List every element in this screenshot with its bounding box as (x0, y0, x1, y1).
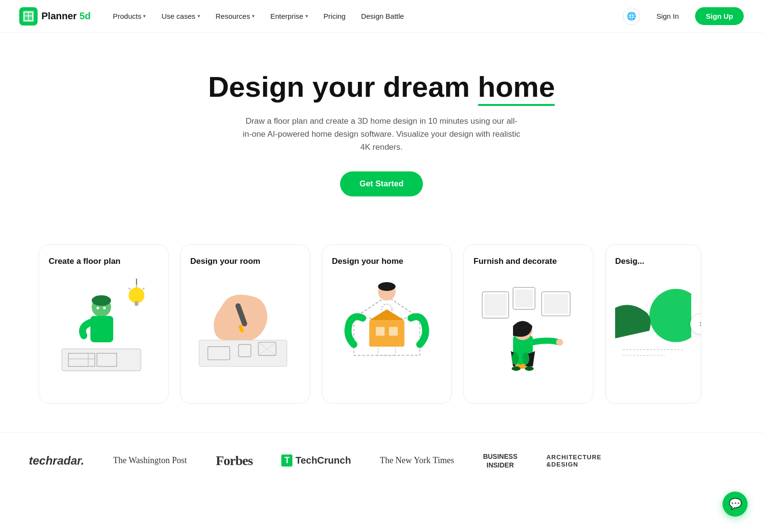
get-started-button[interactable]: Get Started (340, 171, 423, 196)
hero-subtitle: Draw a floor plan and create a 3D home d… (242, 115, 521, 154)
card-design-room[interactable]: Design your room (180, 245, 310, 403)
press-business-insider: BUSINESS INSIDER (483, 452, 518, 469)
card-floor-plan[interactable]: Create a floor plan (39, 245, 169, 403)
press-techradar: techradar. (29, 454, 84, 467)
press-techcrunch: T TechCrunch (281, 454, 351, 467)
card-5-illustration (615, 274, 691, 380)
svg-rect-3 (135, 301, 138, 306)
svg-rect-38 (544, 294, 568, 313)
press-forbes: Forbes (216, 453, 252, 468)
card-4-title: Furnish and decorate (474, 257, 583, 266)
svg-line-5 (129, 287, 131, 289)
nav-right: 🌐 Sign In Sign Up (623, 7, 744, 25)
brand-name: Planner 5d (41, 11, 91, 22)
card-design-home[interactable]: Design your home (322, 245, 452, 403)
navbar: Planner 5d Products ▾ Use cases ▾ Resour… (0, 0, 763, 33)
card-3-illustration (332, 274, 442, 380)
svg-point-46 (512, 366, 520, 371)
nav-design-battle[interactable]: Design Battle (354, 8, 410, 24)
card-partial: Desig... › (605, 245, 701, 403)
press-logos-section: techradar. The Washington Post Forbes T … (0, 432, 763, 489)
svg-point-32 (378, 282, 395, 291)
logo-icon (19, 7, 38, 26)
chevron-down-icon: ▾ (305, 13, 308, 19)
svg-point-11 (96, 307, 99, 309)
svg-point-45 (522, 352, 529, 364)
cards-row: Create a floor plan (39, 245, 763, 403)
hero-title: Design your dream home (10, 71, 753, 103)
chevron-down-icon: ▾ (252, 13, 255, 19)
svg-point-2 (129, 287, 145, 303)
nav-use-cases[interactable]: Use cases ▾ (155, 8, 207, 24)
card-3-title: Design your home (332, 257, 442, 266)
sign-in-button[interactable]: Sign In (648, 8, 688, 24)
svg-rect-30 (389, 327, 398, 336)
card-4-illustration (474, 274, 583, 380)
press-nyt: The New York Times (380, 455, 454, 466)
chevron-down-icon: ▾ (143, 13, 146, 19)
svg-point-9 (92, 295, 111, 306)
svg-point-41 (556, 338, 563, 346)
logo[interactable]: Planner 5d (19, 7, 91, 26)
svg-point-12 (103, 307, 105, 309)
svg-rect-13 (62, 349, 141, 371)
svg-rect-36 (515, 289, 533, 307)
card-2-illustration (190, 274, 300, 380)
svg-rect-29 (376, 327, 384, 336)
hero-highlight-word: home (478, 71, 555, 103)
cards-next-arrow[interactable]: › (690, 313, 701, 335)
svg-rect-10 (91, 316, 113, 342)
svg-rect-34 (485, 294, 507, 316)
card-furnish[interactable]: Furnish and decorate (463, 245, 593, 403)
nav-products[interactable]: Products ▾ (106, 8, 153, 24)
language-button[interactable]: 🌐 (623, 8, 640, 25)
svg-line-6 (143, 287, 145, 289)
card-1-title: Create a floor plan (49, 257, 158, 266)
hero-section: Design your dream home Draw a floor plan… (0, 33, 763, 225)
svg-rect-28 (369, 320, 405, 347)
card-2-title: Design your room (190, 257, 300, 266)
svg-point-48 (649, 289, 691, 342)
card-1-illustration (49, 274, 158, 380)
nav-enterprise[interactable]: Enterprise ▾ (263, 8, 315, 24)
card-5-title: Desig... (615, 257, 691, 266)
nav-pricing[interactable]: Pricing (317, 8, 353, 24)
svg-point-47 (525, 366, 534, 371)
press-wapo: The Washington Post (113, 455, 187, 466)
sign-up-button[interactable]: Sign Up (695, 7, 744, 25)
chevron-down-icon: ▾ (197, 13, 200, 19)
press-architecture-design: ARCHITECTURE &DESIGN (546, 454, 602, 468)
svg-point-44 (512, 352, 519, 364)
nav-resources[interactable]: Resources ▾ (209, 8, 262, 24)
feature-cards-section: Create a floor plan (0, 225, 763, 423)
nav-links: Products ▾ Use cases ▾ Resources ▾ Enter… (106, 8, 622, 24)
